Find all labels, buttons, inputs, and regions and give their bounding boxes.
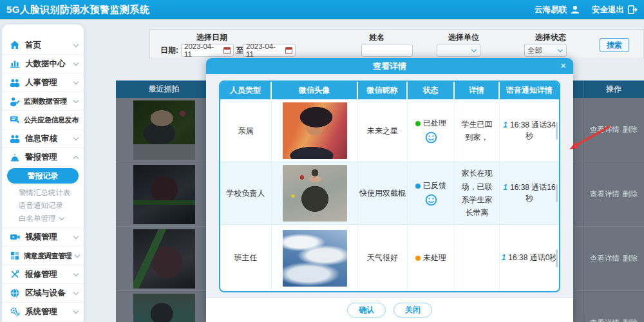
status-dot <box>415 184 421 189</box>
sidebar-item-alarm-mgmt[interactable]: 警报管理 <box>2 148 84 167</box>
sidebar-item-big-data[interactable]: 大数据中心 <box>2 55 84 73</box>
date-to-input[interactable]: 2023-04-11 <box>243 44 296 57</box>
date-from-input[interactable]: 2023-04-11 <box>181 44 234 57</box>
wechat-avatar <box>283 102 347 159</box>
people-icon <box>10 133 20 144</box>
modal-table-row: 学校负责人 快使用双截棍 已反馈 家长在现场，已联系学生家长带离 116:38 … <box>220 162 559 224</box>
sidebar-item-repair[interactable]: 报修管理 <box>2 265 84 284</box>
person-type: 亲属 <box>220 100 272 162</box>
call-info: 16:38 通话34秒 <box>510 120 556 140</box>
confirm-button[interactable]: 确认 <box>347 303 386 317</box>
wechat-nickname: 天气很好 <box>358 225 408 291</box>
wechat-nickname: 快使用双截棍 <box>358 162 408 224</box>
scrollbar-thumb[interactable] <box>556 184 558 202</box>
sidebar-item-satisfaction[interactable]: 满意度调查管理 <box>2 247 84 265</box>
sidebar-item-hr[interactable]: 人事管理 <box>2 73 84 92</box>
chevron-down-icon <box>73 79 79 84</box>
logout-button[interactable]: 安全退出 <box>592 5 638 15</box>
sidebar-item-info-audit[interactable]: 信息审核 <box>2 129 84 148</box>
delete-link[interactable]: 删除 <box>623 254 638 263</box>
filter-panel: 选择日期 日期: 2023-04-11 至 2023-04-11 姓名 选择单位… <box>149 29 644 59</box>
name-input[interactable] <box>361 44 413 57</box>
modal-table-header: 人员类型 微信头像 微信昵称 状态 详情 语音通知详情 <box>220 82 559 99</box>
sidebar-subitem-whitelist[interactable]: 白名单管理 <box>2 212 84 225</box>
status-text: 已反馈 <box>423 180 446 191</box>
capture-photo <box>133 229 195 289</box>
call-index: 1 <box>502 253 506 262</box>
view-details-link[interactable]: 查看详情 <box>590 189 620 199</box>
status-dot <box>415 121 421 126</box>
sidebar-item-home[interactable]: 首页 <box>2 36 84 55</box>
home-icon <box>10 40 20 50</box>
chevron-down-icon <box>73 308 79 313</box>
person-type: 班主任 <box>220 225 272 291</box>
detail-text: 学生已回到家， <box>455 118 499 144</box>
chevron-up-icon <box>73 156 79 161</box>
call-info: 16:38 通话0秒 <box>508 253 557 262</box>
chevron-down-icon <box>73 60 79 65</box>
alarm-submenu: 警报记录 警情汇总统计表 语音通知记录 白名单管理 <box>2 168 84 228</box>
wechat-nickname: 未来之星 <box>358 100 408 162</box>
people-icon <box>10 77 20 88</box>
calendar-icon <box>285 47 292 54</box>
search-button[interactable]: 搜索 <box>600 38 629 52</box>
grid-icon <box>10 251 20 261</box>
logout-icon <box>627 5 638 15</box>
call-index: 1 <box>503 183 507 192</box>
action-column-header: 操作 <box>583 80 644 98</box>
detail-text: 家长在现场，已联系学生家长带离 <box>455 167 499 220</box>
page-body: 首页 大数据中心 人事管理 监测数据管理 公共应急信息发布 信息审核 警报管理 … <box>0 19 644 322</box>
name-label: 姓名 <box>369 32 384 43</box>
user-name: 云海易联 <box>535 5 567 15</box>
close-icon[interactable]: × <box>560 58 566 74</box>
sidebar-item-video-mgmt[interactable]: 视频管理 <box>2 228 84 247</box>
sidebar-item-region-device[interactable]: 区域与设备 <box>2 284 84 303</box>
sidebar-item-system[interactable]: 系统管理 <box>2 303 84 321</box>
capture-photo <box>133 100 195 160</box>
capture-photo <box>133 294 195 322</box>
video-icon <box>10 232 20 242</box>
view-details-link[interactable]: 查看详情 <box>590 318 620 322</box>
scrollbar-thumb[interactable] <box>556 122 558 140</box>
wechat-avatar <box>283 230 347 287</box>
tools-icon <box>10 269 20 279</box>
delete-link[interactable]: 删除 <box>623 189 638 199</box>
sidebar-item-monitor-data[interactable]: 监测数据管理 <box>2 92 84 111</box>
user-menu[interactable]: 云海易联 <box>535 5 580 15</box>
chevron-down-icon <box>59 214 64 220</box>
person-check-icon <box>10 96 20 106</box>
chevron-down-icon <box>73 41 79 46</box>
gear-icon <box>10 307 20 317</box>
status-text: 未处理 <box>423 252 446 263</box>
status-label: 选择状态 <box>535 32 566 43</box>
chevron-down-icon <box>73 135 79 140</box>
close-button[interactable]: 关闭 <box>393 303 432 317</box>
logout-label: 安全退出 <box>592 5 624 15</box>
sidebar-subitem-alarm-records[interactable]: 警报记录 <box>7 168 79 184</box>
chevron-down-icon <box>73 270 79 276</box>
view-details-link[interactable]: 查看详情 <box>590 125 620 135</box>
sidebar-item-public-emergency[interactable]: 公共应急信息发布 <box>2 111 84 129</box>
modal-title: 查看详情 <box>373 61 406 72</box>
sidebar-subitem-alarm-summary[interactable]: 警情汇总统计表 <box>2 186 84 199</box>
unit-select[interactable] <box>437 44 480 57</box>
chevron-down-icon <box>73 97 79 102</box>
details-modal: 查看详情 × 人员类型 微信头像 微信昵称 状态 详情 语音通知详情 亲属 未来… <box>206 58 573 322</box>
call-index: 1 <box>503 120 507 129</box>
sidebar: 首页 大数据中心 人事管理 监测数据管理 公共应急信息发布 信息审核 警报管理 … <box>2 24 84 322</box>
broadcast-icon <box>10 115 20 125</box>
delete-link[interactable]: 删除 <box>623 318 638 322</box>
chevron-down-icon <box>471 47 477 52</box>
globe-icon <box>10 288 20 298</box>
sidebar-subitem-voice-records[interactable]: 语音通知记录 <box>2 199 84 212</box>
delete-link[interactable]: 删除 <box>623 125 638 135</box>
status-select[interactable]: 全部 <box>524 44 567 57</box>
scrollbar-thumb[interactable] <box>556 249 558 267</box>
smiley-icon <box>425 194 437 206</box>
smiley-icon <box>425 131 437 144</box>
view-details-link[interactable]: 查看详情 <box>590 254 620 263</box>
person-type: 学校负责人 <box>220 162 272 224</box>
modal-table-row: 亲属 未来之星 已处理 学生已回到家， 116:38 通话34秒 <box>220 99 559 162</box>
status-dot <box>415 256 421 261</box>
user-icon <box>570 5 580 15</box>
